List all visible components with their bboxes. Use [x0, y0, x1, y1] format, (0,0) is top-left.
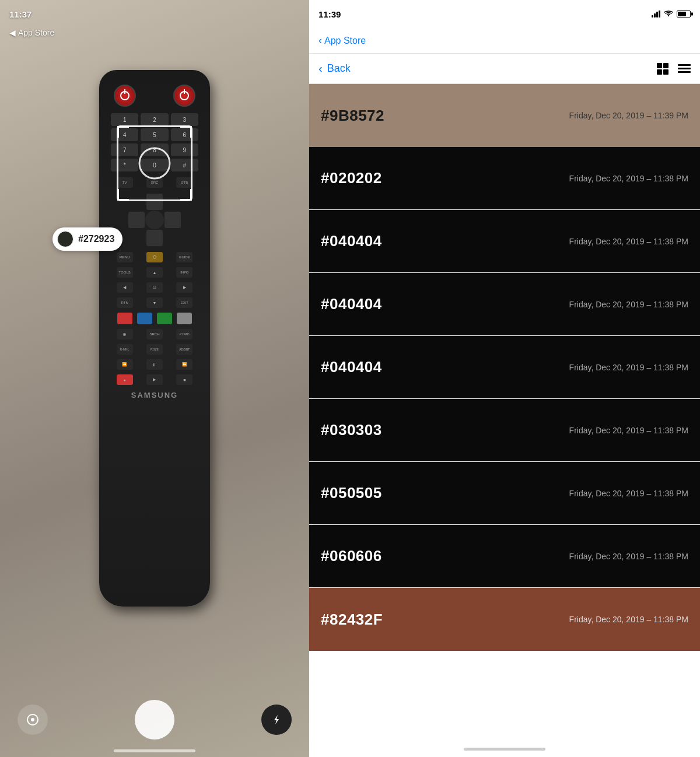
camera-roll-button[interactable]: [18, 705, 48, 735]
wifi-icon: [664, 10, 673, 19]
rewind-btn[interactable]: ⏪: [117, 359, 133, 370]
planet-btn[interactable]: ⊕: [117, 329, 133, 339]
signal-bar-2: [654, 13, 656, 17]
right-btn[interactable]: ▶: [176, 282, 192, 293]
back-button[interactable]: ‹ Back: [318, 62, 351, 75]
status-bar-right: 11:39: [309, 0, 700, 28]
remote-search-row: ⊕ SRCH KYPAD: [105, 327, 204, 342]
back-nav[interactable]: ‹ App Store: [318, 34, 366, 47]
num-7[interactable]: 7: [111, 143, 138, 156]
source-btn[interactable]: SRC: [146, 177, 163, 188]
stop-btn[interactable]: ●: [117, 374, 133, 385]
up-btn[interactable]: ▲: [146, 267, 163, 278]
nav-right[interactable]: [164, 212, 181, 228]
app-store-bar: ‹ App Store: [309, 28, 700, 54]
flash-button[interactable]: [261, 705, 292, 735]
color-btn-c[interactable]: [157, 313, 172, 324]
info-btn[interactable]: INFO: [176, 267, 192, 278]
color-item-3[interactable]: #040404 Friday, Dec 20, 2019 – 11:38 PM: [309, 273, 700, 336]
color-date-2: Friday, Dec 20, 2019 – 11:38 PM: [569, 237, 688, 246]
samsung-label: SAMSUNG: [105, 391, 204, 405]
status-bar-left: 11:37: [0, 0, 309, 28]
color-hex-7: #060606: [321, 547, 382, 565]
back-button-label: Back: [327, 62, 351, 75]
pause-btn[interactable]: ⏸: [146, 359, 163, 370]
grid-view-button[interactable]: [657, 63, 668, 75]
num-5[interactable]: 5: [141, 128, 168, 141]
keypad-btn[interactable]: KYPAD: [176, 329, 192, 339]
square-btn[interactable]: ■: [176, 374, 192, 385]
home-bar: [464, 748, 545, 751]
color-item-0[interactable]: #9B8572 Friday, Dec 20, 2019 – 11:39 PM: [309, 84, 700, 147]
num-0[interactable]: 0: [141, 159, 168, 171]
power-button-right[interactable]: [173, 85, 195, 107]
list-view-button[interactable]: [678, 64, 691, 73]
left-btn[interactable]: ◀: [117, 282, 133, 293]
enter-btn[interactable]: ⊡: [146, 282, 163, 293]
color-item-6[interactable]: #050505 Friday, Dec 20, 2019 – 11:38 PM: [309, 462, 700, 525]
color-item-1[interactable]: #020202 Friday, Dec 20, 2019 – 11:38 PM: [309, 147, 700, 210]
emanual-btn[interactable]: E-MNL: [117, 344, 133, 355]
nav-up[interactable]: [146, 194, 163, 210]
signal-icon: [652, 10, 660, 17]
back-chevron-icon: ‹: [318, 34, 322, 47]
color-date-3: Friday, Dec 20, 2019 – 11:38 PM: [569, 300, 688, 309]
toolbar: ‹ Back: [309, 54, 700, 84]
num-9[interactable]: 9: [171, 143, 198, 156]
nav-center[interactable]: [145, 211, 164, 229]
color-item-7[interactable]: #060606 Friday, Dec 20, 2019 – 11:38 PM: [309, 525, 700, 588]
color-chip-popup: #272923: [52, 227, 123, 251]
stb-btn[interactable]: STB: [176, 177, 192, 188]
remote-manual-row: E-MNL P.SZE AD/SBT: [105, 342, 204, 357]
camera-roll-icon: [26, 713, 40, 727]
color-btn-d[interactable]: [177, 313, 192, 324]
app-store-nav-left[interactable]: ◀ App Store: [0, 28, 309, 37]
number-grid: 1 2 3 4 5 6 7 8 9 * 0 #: [105, 110, 204, 175]
num-hash[interactable]: #: [171, 159, 198, 171]
grid-cell-3: [657, 69, 662, 75]
psize-btn[interactable]: P.SZE: [146, 344, 163, 355]
color-hex-1: #020202: [321, 169, 382, 187]
color-btn-b[interactable]: [137, 313, 152, 324]
nav-left[interactable]: [128, 212, 145, 228]
num-1[interactable]: 1: [111, 113, 138, 126]
adsubt-btn[interactable]: AD/SBT: [176, 344, 192, 355]
nav-down[interactable]: [146, 230, 163, 246]
grid-cell-4: [663, 69, 668, 75]
capture-button[interactable]: [135, 700, 174, 740]
guide-btn[interactable]: GUIDE: [176, 252, 192, 262]
num-8[interactable]: 8: [141, 143, 168, 156]
play-btn[interactable]: ▶: [146, 374, 163, 385]
num-6[interactable]: 6: [171, 128, 198, 141]
num-4[interactable]: 4: [111, 128, 138, 141]
tv-btn[interactable]: TV: [117, 177, 133, 188]
tools-btn[interactable]: TOOLS: [117, 267, 133, 278]
num-2[interactable]: 2: [141, 113, 168, 126]
list-line-3: [678, 71, 691, 73]
remote-control: 1 2 3 4 5 6 7 8 9 * 0 # TV SRC STB: [99, 70, 210, 607]
color-btn-a[interactable]: [117, 313, 132, 324]
color-item-2[interactable]: #040404 Friday, Dec 20, 2019 – 11:38 PM: [309, 210, 700, 273]
exit-btn[interactable]: EXIT: [176, 297, 192, 308]
color-item-8[interactable]: #82432F Friday, Dec 20, 2019 – 11:38 PM: [309, 588, 700, 651]
flash-icon: [271, 714, 282, 726]
nav-cross: [128, 194, 181, 246]
color-history-panel: 11:39 ‹ App St: [309, 0, 700, 757]
color-item-5[interactable]: #030303 Friday, Dec 20, 2019 – 11:38 PM: [309, 399, 700, 462]
down-btn[interactable]: ▼: [146, 297, 163, 308]
color-item-4[interactable]: #040404 Friday, Dec 20, 2019 – 11:38 PM: [309, 336, 700, 399]
menu-btn[interactable]: MENU: [117, 252, 133, 262]
num-star[interactable]: *: [111, 159, 138, 171]
color-hex-display: #272923: [78, 234, 114, 244]
battery-icon: [677, 10, 691, 17]
power-icon-left: [120, 91, 130, 100]
remote-mid-btns: TV SRC STB: [105, 175, 204, 190]
signal-bar-3: [656, 12, 658, 17]
num-3[interactable]: 3: [171, 113, 198, 126]
return-btn[interactable]: RTN: [117, 297, 133, 308]
search-btn[interactable]: SRCH: [146, 329, 163, 339]
power-button-left[interactable]: [114, 85, 136, 107]
app-store-label-left: App Store: [18, 28, 54, 37]
ffwd-btn[interactable]: ⏩: [176, 359, 192, 370]
hub-btn[interactable]: ⬡: [146, 252, 163, 262]
